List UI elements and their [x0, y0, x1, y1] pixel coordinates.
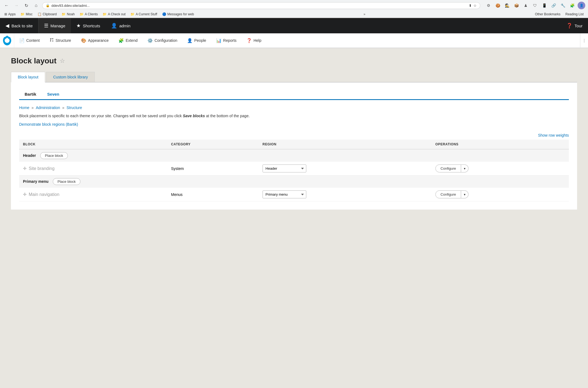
bookmark-misc[interactable]: 📁 Misc	[18, 12, 35, 17]
block-table: BLOCK CATEGORY REGION OPERATIONS Header …	[19, 140, 569, 201]
place-block-button-primary-menu[interactable]: Place block	[53, 178, 80, 185]
cell-main-navigation-category: Menus	[167, 188, 258, 201]
menu-structure[interactable]: Structure	[45, 33, 76, 48]
reload-button[interactable]: ↻	[22, 2, 30, 9]
bookmark-a-current-stuff[interactable]: 📁 A Current Stuff	[128, 12, 159, 17]
bookmark-clipboard[interactable]: 📋 Clipboard	[35, 12, 59, 17]
cell-main-navigation-ops: Configure ▾	[432, 188, 569, 201]
bookmark-reading-list[interactable]: Reading List	[563, 12, 586, 17]
manage-link[interactable]: ☰ Manage	[39, 18, 71, 33]
drupal-admin-toolbar: ◀ Back to site ☰ Manage ★ Shortcuts 👤 ad…	[0, 18, 588, 33]
ext-icon-2[interactable]: 🍪	[494, 2, 502, 9]
menu-help[interactable]: ❓ Help	[241, 33, 266, 48]
help-label: Help	[254, 38, 261, 43]
region-select-site-branding[interactable]: Header Primary menu Secondary menu Featu…	[263, 164, 306, 172]
cell-site-branding-category: System	[167, 162, 258, 175]
structure-icon	[50, 38, 54, 43]
profile-icon[interactable]: 👤	[578, 2, 585, 9]
ext-icon-3[interactable]: 🕵	[503, 2, 511, 9]
configuration-label: Configuration	[155, 38, 177, 43]
bookmark-a-check-out[interactable]: 📁 A Check out	[100, 12, 128, 17]
favorite-star-icon[interactable]: ☆	[60, 57, 65, 64]
ext-icon-10[interactable]: 🧩	[568, 2, 576, 9]
ext-icon-1[interactable]: ⚙	[485, 2, 492, 9]
menu-reports[interactable]: 📊 Reports	[211, 33, 241, 48]
people-icon: 👤	[187, 38, 193, 43]
demo-block-regions-link[interactable]: Demonstrate block regions (Bartik)	[19, 122, 78, 127]
ext-icon-7[interactable]: 📱	[540, 2, 548, 9]
extend-icon: 🧩	[118, 38, 124, 43]
misc-icon: 📁	[21, 12, 25, 16]
configure-button-site-branding[interactable]: Configure	[435, 164, 461, 172]
bookmark-apps[interactable]: ⊞ Apps	[2, 12, 18, 17]
tab-bartik[interactable]: Bartik	[19, 89, 42, 100]
appearance-label: Appearance	[88, 38, 109, 43]
ext-icon-5[interactable]: ♟	[522, 2, 529, 9]
configure-dropdown-site-branding[interactable]: ▾	[461, 164, 468, 172]
breadcrumb: Home » Administration » Structure	[19, 105, 569, 110]
bookmarks-overflow[interactable]: »	[361, 12, 368, 17]
drag-handle-site-branding[interactable]: ✛ Site branding	[23, 166, 54, 171]
primary-tabs: Block layout Custom block library	[11, 72, 577, 83]
info-text-italic: Save blocks	[183, 114, 205, 118]
admin-user-link[interactable]: 👤 admin	[106, 18, 136, 33]
hamburger-icon: ☰	[44, 23, 48, 29]
drupal-logo[interactable]	[0, 33, 14, 48]
home-button[interactable]: ⌂	[32, 2, 40, 9]
share-icon: ⬆	[469, 4, 472, 8]
configure-button-main-navigation[interactable]: Configure	[435, 190, 461, 198]
admin-user-label: admin	[119, 23, 130, 28]
menu-people[interactable]: 👤 People	[182, 33, 211, 48]
back-to-site-link[interactable]: ◀ Back to site	[0, 18, 39, 33]
col-block: BLOCK	[19, 140, 167, 149]
breadcrumb-administration[interactable]: Administration	[36, 105, 60, 110]
menu-appearance[interactable]: 🎨 Appearance	[76, 33, 114, 48]
star-toolbar-icon: ★	[76, 23, 81, 29]
configure-dropdown-main-navigation[interactable]: ▾	[461, 190, 468, 198]
bookmarks-bar: ⊞ Apps 📁 Misc 📋 Clipboard 📁 Noah 📁 A Cli…	[0, 11, 588, 18]
manage-label: Manage	[51, 23, 65, 28]
bookmark-noah[interactable]: 📁 Noah	[59, 12, 77, 17]
svg-point-3	[52, 40, 53, 42]
tour-link[interactable]: ❓ Tour	[561, 18, 588, 33]
lock-icon: 🔒	[46, 4, 50, 7]
bookmark-a-clients-label: A Clients	[85, 12, 98, 16]
breadcrumb-structure[interactable]: Structure	[66, 105, 82, 110]
ext-icon-9[interactable]: 🔧	[559, 2, 567, 9]
help-menu-icon: ❓	[246, 38, 252, 43]
region-select-main-navigation[interactable]: Header Primary menu Secondary menu Featu…	[263, 190, 306, 198]
bookmark-clipboard-label: Clipboard	[43, 12, 57, 16]
a-current-stuff-icon: 📁	[130, 12, 135, 16]
menu-extend[interactable]: 🧩 Extend	[113, 33, 142, 48]
bookmark-a-clients[interactable]: 📁 A Clients	[77, 12, 100, 17]
breadcrumb-home[interactable]: Home	[19, 105, 29, 110]
show-row-weights-link[interactable]: Show row weights	[538, 133, 569, 137]
tour-label: Tour	[575, 23, 583, 28]
noah-icon: 📁	[62, 12, 66, 16]
forward-button[interactable]: →	[13, 2, 20, 9]
place-block-button-header[interactable]: Place block	[40, 152, 68, 159]
configuration-icon: ⚙️	[147, 38, 153, 43]
address-bar[interactable]: 🔒 ddev93.ddev.site/admi... ⬆ ☆	[42, 2, 480, 9]
tab-block-layout[interactable]: Block layout	[11, 72, 45, 83]
bookmark-messages[interactable]: 🔵 Messages for web	[160, 12, 196, 17]
content-label: Content	[26, 38, 40, 43]
bookmark-other[interactable]: Other Bookmarks	[533, 12, 563, 17]
table-header-row: BLOCK CATEGORY REGION OPERATIONS	[19, 140, 569, 149]
clipboard-icon: 📋	[37, 12, 42, 16]
drag-handle-main-navigation[interactable]: ✛ Main navigation	[23, 192, 59, 197]
tab-seven[interactable]: Seven	[42, 89, 65, 99]
back-button[interactable]: ←	[3, 2, 10, 9]
reports-label: Reports	[223, 38, 237, 43]
menu-content[interactable]: 📄 Content	[14, 33, 45, 48]
breadcrumb-sep-1: »	[31, 105, 35, 110]
tab-custom-block-library[interactable]: Custom block library	[46, 72, 95, 82]
shortcuts-link[interactable]: ★ Shortcuts	[71, 18, 106, 33]
drupal-menu-bar: 📄 Content Structure 🎨 Appearance 🧩 Exten…	[0, 33, 588, 48]
ext-icon-4[interactable]: 📦	[513, 2, 520, 9]
other-bookmarks-label: Other Bookmarks	[535, 12, 560, 16]
ext-icon-8[interactable]: 🔗	[550, 2, 557, 9]
ext-icon-6[interactable]: 🛡	[531, 2, 539, 9]
menu-configuration[interactable]: ⚙️ Configuration	[142, 33, 182, 48]
section-header-label: Header	[23, 153, 36, 158]
